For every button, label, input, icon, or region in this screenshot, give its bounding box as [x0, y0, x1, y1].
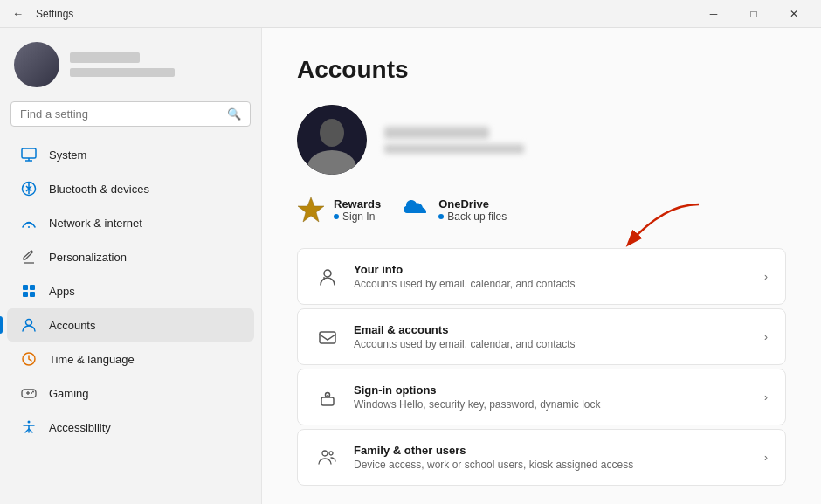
svg-rect-7 [30, 285, 35, 290]
family-chevron: › [764, 452, 768, 464]
title-bar-nav: ← [7, 3, 29, 24]
setting-card-family[interactable]: Family & other users Device access, work… [297, 429, 786, 486]
signin-title: Sign-in options [354, 383, 750, 397]
sidebar-item-label-gaming: Gaming [49, 387, 89, 400]
onedrive-sub-text: Back up files [447, 211, 507, 223]
sidebar-item-label-time: Time & language [49, 353, 135, 366]
sidebar-item-label-bluetooth: Bluetooth & devices [49, 183, 149, 196]
quick-links: Rewards Sign In OneDrive [297, 196, 786, 224]
system-icon [21, 147, 37, 162]
rewards-texts: Rewards Sign In [334, 197, 381, 223]
back-button[interactable]: ← [7, 3, 29, 24]
svg-point-29 [322, 451, 328, 456]
apps-icon [21, 283, 37, 299]
signin-icon [315, 385, 340, 410]
signin-text: Sign-in options Windows Hello, security … [354, 383, 750, 411]
search-icon: 🔍 [227, 107, 241, 121]
sidebar-item-label-apps: Apps [49, 285, 75, 298]
sidebar-item-bluetooth[interactable]: Bluetooth & devices [7, 172, 254, 205]
svg-rect-6 [23, 285, 28, 290]
sidebar-item-apps[interactable]: Apps [7, 274, 254, 307]
sidebar-item-personalization[interactable]: Personalization [7, 240, 254, 273]
profile-avatar [297, 105, 367, 175]
svg-rect-25 [320, 332, 335, 343]
sidebar-item-accounts[interactable]: Accounts [7, 308, 254, 342]
gaming-icon [21, 385, 37, 401]
rewards-icon [297, 196, 325, 224]
email-chevron: › [764, 331, 768, 343]
profile-name-blurred [384, 127, 489, 139]
email-text: Email & accounts Accounts used by email,… [354, 323, 750, 350]
personalization-icon [21, 249, 37, 265]
sidebar: 🔍 System [0, 28, 262, 504]
your-info-icon [315, 265, 340, 289]
sidebar-item-gaming[interactable]: Gaming [7, 376, 254, 410]
rewards-title: Rewards [334, 197, 381, 211]
family-title: Family & other users [354, 444, 750, 457]
sidebar-search[interactable]: 🔍 [10, 101, 251, 127]
sidebar-item-system[interactable]: System [7, 138, 254, 171]
email-desc: Accounts used by email, calendar, and co… [354, 338, 750, 350]
family-text: Family & other users Device access, work… [354, 444, 750, 471]
svg-rect-27 [321, 397, 334, 405]
maximize-button[interactable]: □ [734, 0, 774, 28]
profile-section [297, 105, 786, 175]
sidebar-user-info [70, 52, 175, 77]
svg-rect-9 [30, 292, 35, 297]
title-bar-controls: ─ □ ✕ [693, 0, 814, 28]
avatar-image [14, 42, 59, 87]
app-body: 🔍 System [0, 28, 821, 504]
title-bar-title: Settings [36, 8, 73, 20]
sidebar-item-accessibility[interactable]: Accessibility [7, 411, 254, 444]
your-info-chevron: › [764, 271, 768, 283]
onedrive-title: OneDrive [438, 197, 507, 211]
svg-point-30 [329, 452, 333, 455]
accounts-icon [21, 317, 37, 333]
rewards-sub: Sign In [334, 211, 381, 223]
sidebar-nav: System Bluetooth & devices [0, 134, 261, 504]
setting-card-email[interactable]: Email & accounts Accounts used by email,… [297, 308, 786, 365]
sidebar-item-network[interactable]: Network & internet [7, 206, 254, 239]
onedrive-sub: Back up files [438, 211, 507, 223]
svg-point-23 [324, 270, 331, 277]
sidebar-item-label-accessibility: Accessibility [49, 421, 111, 434]
sidebar-avatar [14, 42, 59, 87]
family-icon [315, 445, 340, 470]
sidebar-item-time[interactable]: Time & language [7, 342, 254, 376]
onedrive-texts: OneDrive Back up files [438, 197, 507, 223]
signin-chevron: › [764, 391, 768, 404]
time-icon [21, 351, 37, 367]
accessibility-icon [21, 419, 37, 435]
bluetooth-icon [21, 181, 37, 197]
sidebar-item-label-accounts: Accounts [49, 319, 95, 332]
close-button[interactable]: ✕ [774, 0, 814, 28]
family-desc: Device access, work or school users, kio… [354, 459, 750, 471]
svg-rect-8 [23, 292, 28, 297]
svg-point-15 [31, 392, 32, 394]
email-title: Email & accounts [354, 323, 750, 336]
setting-card-signin[interactable]: Sign-in options Windows Hello, security … [297, 369, 786, 425]
email-icon [315, 325, 340, 349]
sidebar-item-label-network: Network & internet [49, 217, 142, 230]
svg-point-19 [320, 119, 344, 147]
sidebar-username [70, 52, 140, 63]
search-input[interactable] [20, 107, 220, 121]
quick-link-onedrive[interactable]: OneDrive Back up files [402, 196, 507, 224]
title-bar-left: ← Settings [7, 3, 693, 24]
setting-card-your-info[interactable]: Your info Accounts used by email, calend… [297, 248, 786, 305]
rewards-sub-text: Sign In [342, 211, 375, 223]
svg-marker-21 [298, 197, 324, 222]
svg-point-4 [28, 226, 30, 228]
svg-point-17 [28, 421, 31, 424]
content-area: Accounts [262, 28, 821, 504]
svg-point-16 [32, 391, 34, 393]
settings-list: Your info Accounts used by email, calend… [297, 248, 786, 486]
signin-desc: Windows Hello, security key, password, d… [354, 398, 750, 411]
quick-link-rewards[interactable]: Rewards Sign In [297, 196, 381, 224]
sidebar-item-label-system: System [49, 148, 86, 162]
svg-rect-0 [22, 148, 36, 158]
minimize-button[interactable]: ─ [693, 0, 734, 28]
your-info-text: Your info Accounts used by email, calend… [354, 263, 750, 290]
onedrive-icon [402, 196, 430, 224]
rewards-dot [334, 214, 339, 219]
